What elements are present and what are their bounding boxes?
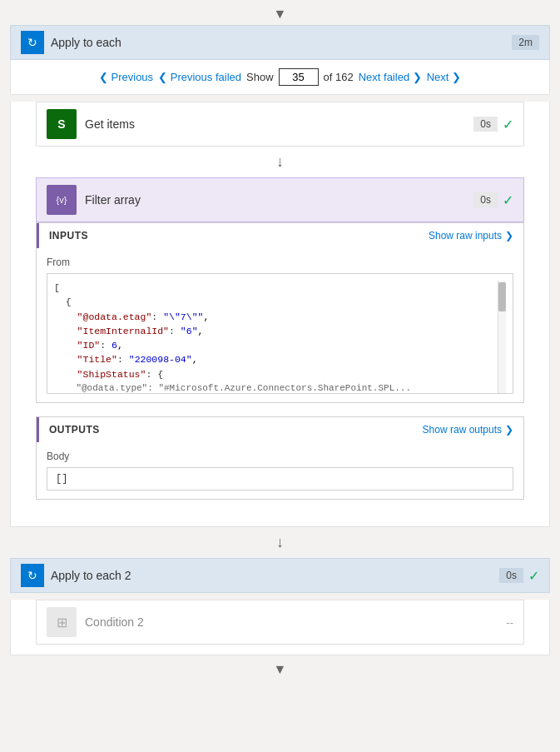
apply-each2-header[interactable]: ↻ Apply to each 2 0s ✓ <box>10 558 550 593</box>
apply-each2-icon: ↻ <box>21 564 44 587</box>
chevron-right-icon-2: ❯ <box>505 424 513 436</box>
show-raw-outputs-button[interactable]: Show raw outputs ❯ <box>423 424 513 436</box>
apply-each2-time-badge: 0s <box>499 568 523 583</box>
filter-array-icon: {v} <box>47 185 77 215</box>
inputs-body: From [ { "@odata.etag": "\"7\"", "ItemIn… <box>37 248 523 402</box>
next-failed-button[interactable]: Next failed ❯ <box>359 71 422 83</box>
inputs-header: INPUTS Show raw inputs ❯ <box>37 223 523 248</box>
page-number-input[interactable] <box>279 68 319 86</box>
inputs-title: INPUTS <box>49 230 88 242</box>
show-label: Show <box>246 71 274 83</box>
filter-array-time: 0s <box>473 192 498 207</box>
apply-each-title: Apply to each <box>51 36 121 49</box>
apply-each2-check-icon: ✓ <box>528 568 539 584</box>
of-total-label: of 162 <box>324 71 354 83</box>
apply-each-time-badge: 2m <box>512 35 539 50</box>
condition2-title: Condition 2 <box>85 615 144 629</box>
chevron-right-icon: ❯ <box>505 230 513 242</box>
previous-button[interactable]: ❮ Previous <box>99 71 153 83</box>
outputs-body: Body [] <box>37 442 523 499</box>
top-connector-arrow: ▼ <box>0 0 560 25</box>
outputs-title: OUTPUTS <box>49 424 100 436</box>
filter-array-container: {v} Filter array 0s ✓ INPUTS Show raw in… <box>11 177 549 500</box>
inputs-panel: INPUTS Show raw inputs ❯ From [ { "@odat… <box>36 222 524 403</box>
outputs-header: OUTPUTS Show raw outputs ❯ <box>37 417 523 442</box>
bottom-arrow-icon: ▼ <box>274 662 287 677</box>
body-label: Body <box>47 451 513 462</box>
apply-each2-title: Apply to each 2 <box>51 569 131 582</box>
filter-array-step[interactable]: {v} Filter array 0s ✓ <box>36 177 524 222</box>
condition2-step[interactable]: ⊞ Condition 2 -- <box>36 600 524 645</box>
filter-array-check-icon: ✓ <box>503 192 513 208</box>
apply-each-header[interactable]: ↻ Apply to each 2m <box>10 25 550 60</box>
outputs-panel: OUTPUTS Show raw outputs ❯ Body [] <box>36 416 524 500</box>
body-value: [] <box>47 467 513 491</box>
next-button[interactable]: Next ❯ <box>427 71 461 83</box>
get-items-check-icon: ✓ <box>503 117 513 132</box>
arrow-down-icon-2: ↓ <box>276 534 284 551</box>
get-items-container: S Get items 0s ✓ <box>11 102 549 147</box>
show-raw-inputs-button[interactable]: Show raw inputs ❯ <box>429 230 513 242</box>
inputs-code-box[interactable]: [ { "@odata.etag": "\"7\"", "ItemInterna… <box>47 273 513 394</box>
previous-failed-button[interactable]: ❮ Previous failed <box>158 71 241 83</box>
get-items-time: 0s <box>473 117 498 132</box>
get-items-title: Get items <box>85 117 135 131</box>
condition2-dashes: -- <box>506 616 513 629</box>
apply-each-icon: ↻ <box>21 31 44 54</box>
arrow-get-items-to-filter: ↓ <box>11 147 549 177</box>
arrow-to-apply-each2: ↓ <box>0 527 560 558</box>
get-items-step[interactable]: S Get items 0s ✓ <box>36 102 524 147</box>
bottom-connector-arrow: ▼ <box>0 655 560 684</box>
iteration-nav-bar: ❮ Previous ❮ Previous failed Show of 162… <box>10 60 550 95</box>
inner-content: S Get items 0s ✓ ↓ {v} Filter array 0s <box>10 102 550 527</box>
arrow-icon: ↓ <box>276 153 284 171</box>
arrow-down-icon: ▼ <box>274 7 287 22</box>
get-items-icon: S <box>47 109 77 139</box>
filter-array-title: Filter array <box>85 193 141 207</box>
from-label: From <box>47 256 513 268</box>
condition2-icon: ⊞ <box>47 607 77 637</box>
